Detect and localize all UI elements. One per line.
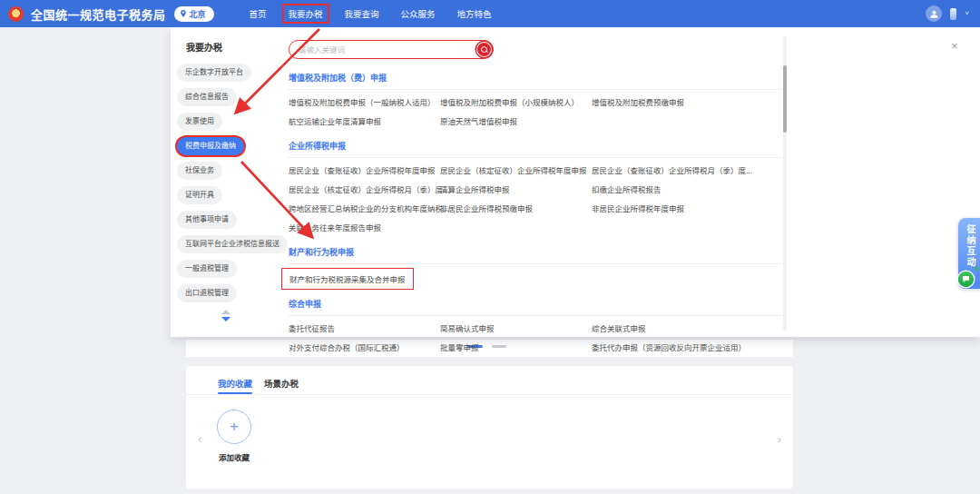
menu-item-2-0[interactable]: 财产和行为税税源采集及合并申报 — [281, 268, 414, 290]
search-icon[interactable] — [477, 43, 491, 56]
sidebar-item-5[interactable]: 证明开具 — [177, 186, 222, 204]
menu-sections: 增值税及附加税（费）申报增值税及附加税费申报（一般纳税人适用）增值税及附加税费申… — [289, 72, 980, 358]
main-nav: 首页我要办税我要查询公众服务地方特色 — [243, 4, 498, 24]
favorites-body: ‹ + 添加收藏 › — [186, 395, 793, 488]
interaction-widget-label: 征纳互动 — [964, 224, 977, 268]
menu-item-1-4[interactable]: 清算企业所得税申报 — [440, 181, 592, 200]
sidebar-scroll-down-icon[interactable] — [221, 317, 230, 321]
sidebar-item-2[interactable]: 发票使用 — [177, 113, 222, 131]
menu-item-0-0[interactable]: 增值税及附加税费申报（一般纳税人适用） — [289, 94, 440, 113]
sidebar-scroll-up-icon[interactable] — [221, 310, 230, 314]
sidebar-item-1[interactable]: 综合信息报告 — [177, 88, 237, 106]
site-title: 全国统一规范电子税务局 — [31, 5, 166, 23]
location-pill[interactable]: 北京 — [174, 6, 214, 22]
section-divider — [289, 315, 784, 316]
favorites-card: 我的收藏场景办税 ‹ + 添加收藏 › — [186, 366, 793, 489]
section-items: 增值税及附加税费申报（一般纳税人适用）增值税及附加税费申报（小规模纳税人）增值税… — [289, 94, 784, 132]
sidebar-item-4[interactable]: 社保业务 — [177, 162, 222, 180]
section-title: 增值税及附加税（费）申报 — [289, 72, 980, 84]
search-input[interactable] — [299, 45, 477, 54]
mega-menu-panel: 我要办税 乐企数字开放平台综合信息报告发票使用税费申报及缴纳社保业务证明开具其他… — [171, 27, 980, 337]
section-title: 企业所得税申报 — [289, 140, 980, 152]
menu-content: 增值税及附加税（费）申报增值税及附加税费申报（一般纳税人适用）增值税及附加税费申… — [281, 27, 980, 337]
close-icon[interactable]: × — [951, 40, 958, 52]
sidebar-item-6[interactable]: 其他事项申请 — [177, 211, 237, 229]
menu-item-3-4[interactable]: 批量零申报 — [440, 339, 592, 358]
menu-item-0-3[interactable]: 航空运输企业年度清算申报 — [289, 113, 440, 132]
menu-section-1: 企业所得税申报居民企业（查账征收）企业所得税年度申报居民企业（核定征收）企业所得… — [289, 140, 980, 238]
page: 全国统一规范电子税务局 北京 首页我要办税我要查询公众服务地方特色 ˅ 我要办税… — [0, 0, 980, 494]
menu-section-3: 综合申报委托代征报告简易确认式申报综合关联式申报对外支付综合办税（国际汇税通）批… — [289, 298, 980, 358]
notification-dot — [975, 267, 978, 271]
menu-item-1-3[interactable]: 居民企业（核定征收）企业所得税月（季）度... — [289, 181, 440, 200]
sidebar-item-7[interactable]: 互联网平台企业涉税信息报送 — [177, 235, 288, 253]
section-divider — [289, 157, 784, 158]
nav-item-0[interactable]: 首页 — [243, 4, 273, 24]
favorites-tabs: 我的收藏场景办税 — [186, 366, 793, 395]
menu-section-0: 增值税及附加税（费）申报增值税及附加税费申报（一般纳税人适用）增值税及附加税费申… — [289, 72, 980, 132]
section-items: 委托代征报告简易确认式申报综合关联式申报对外支付综合办税（国际汇税通）批量零申报… — [289, 320, 784, 358]
menu-item-0-1[interactable]: 增值税及附加税费申报（小规模纳税人） — [440, 94, 592, 113]
sidebar-pager — [177, 310, 275, 321]
menu-item-3-3[interactable]: 对外支付综合办税（国际汇税通） — [289, 339, 440, 358]
menu-item-1-8[interactable]: 非居民企业所得税年度申报 — [592, 200, 784, 219]
sidebar-item-9[interactable]: 出口退税管理 — [177, 284, 237, 302]
section-items: 财产和行为税税源采集及合并申报 — [289, 268, 784, 290]
nav-item-4[interactable]: 地方特色 — [451, 4, 498, 24]
menu-item-1-2[interactable]: 居民企业（查账征收）企业所得税月（季）度... — [592, 162, 784, 181]
nav-item-2[interactable]: 我要查询 — [338, 4, 386, 24]
menu-search — [289, 40, 494, 59]
menu-item-1-5[interactable]: 扣缴企业所得税报告 — [592, 181, 784, 200]
scroll-right-icon[interactable]: › — [778, 433, 781, 445]
section-title: 财产和行为税申报 — [289, 246, 980, 258]
tab-0[interactable]: 我的收藏 — [218, 377, 252, 394]
menu-item-3-0[interactable]: 委托代征报告 — [289, 320, 440, 339]
menu-item-0-4[interactable]: 原油天然气增值税申报 — [440, 113, 592, 132]
nav-item-3[interactable]: 公众服务 — [395, 4, 442, 24]
sidebar-item-3[interactable]: 税费申报及缴纳 — [177, 137, 244, 155]
menu-section-2: 财产和行为税申报财产和行为税税源采集及合并申报 — [289, 246, 980, 290]
sidebar-items: 乐企数字开放平台综合信息报告发票使用税费申报及缴纳社保业务证明开具其他事项申请互… — [177, 64, 281, 302]
nav-item-1[interactable]: 我要办税 — [282, 4, 329, 24]
location-pin-icon — [180, 10, 187, 17]
interaction-widget[interactable]: 征纳互动 — [958, 218, 980, 289]
person-icon — [929, 9, 939, 19]
menu-item-3-1[interactable]: 简易确认式申报 — [440, 320, 592, 339]
menu-sidebar: 我要办税 乐企数字开放平台综合信息报告发票使用税费申报及缴纳社保业务证明开具其他… — [171, 27, 281, 337]
menu-item-3-2[interactable]: 综合关联式申报 — [592, 320, 784, 339]
national-emblem-logo — [8, 6, 24, 22]
header-right: ˅ — [926, 0, 969, 27]
menu-item-1-7[interactable]: 非居民企业所得税预缴申报 — [440, 200, 592, 219]
menu-item-1-1[interactable]: 居民企业（核定征收）企业所得税年度申报 — [440, 162, 592, 181]
menu-item-1-9[interactable]: 关联业务往来年度报告申报 — [289, 219, 440, 238]
menu-scrollbar[interactable] — [783, 36, 787, 331]
scroll-left-icon[interactable]: ‹ — [198, 433, 201, 445]
chat-bot-icon[interactable] — [958, 272, 974, 287]
tab-1[interactable]: 场景办税 — [264, 377, 299, 394]
section-divider — [289, 263, 784, 264]
menu-item-3-5[interactable]: 委托代办申报（资源回收反向开票企业适用） — [592, 339, 784, 358]
add-favorite-label: 添加收藏 — [206, 451, 262, 462]
sidebar-item-8[interactable]: 一般退税管理 — [177, 260, 237, 278]
sidebar-item-0[interactable]: 乐企数字开放平台 — [177, 64, 251, 82]
section-items: 居民企业（查账征收）企业所得税年度申报居民企业（核定征收）企业所得税年度申报居民… — [289, 162, 784, 238]
top-header: 全国统一规范电子税务局 北京 首页我要办税我要查询公众服务地方特色 ˅ — [0, 0, 980, 27]
sidebar-title: 我要办税 — [186, 40, 281, 54]
menu-scrollbar-thumb[interactable] — [783, 65, 787, 133]
add-favorite-button[interactable]: + — [217, 410, 251, 444]
chat-bubble-icon — [962, 275, 970, 283]
menu-item-1-0[interactable]: 居民企业（查账征收）企业所得税年度申报 — [289, 162, 440, 181]
enterprise-badge-icon[interactable] — [950, 8, 956, 20]
menu-item-0-2[interactable]: 增值税及附加税费预缴申报 — [592, 94, 784, 113]
section-divider — [289, 89, 784, 90]
chevron-down-icon[interactable]: ˅ — [965, 10, 969, 17]
user-avatar[interactable] — [926, 5, 942, 22]
location-label: 北京 — [190, 8, 206, 20]
section-title: 综合申报 — [289, 298, 980, 310]
menu-item-1-6[interactable]: 跨地区经营汇总纳税企业的分支机构年度纳税... — [289, 200, 440, 219]
